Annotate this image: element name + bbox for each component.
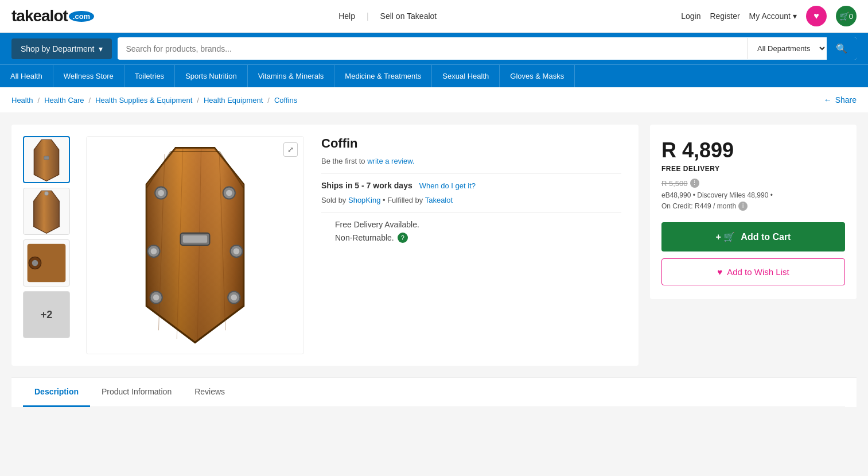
svg-point-15 (158, 190, 164, 196)
bullet-returns: Non-Returnable. ? (335, 233, 621, 243)
chevron-down-icon: ▾ (793, 11, 797, 21)
cat-sexual-health[interactable]: Sexual Health (432, 65, 500, 87)
credit-info: On Credit: R449 / month i (661, 202, 845, 211)
register-link[interactable]: Register (710, 11, 739, 21)
search-icon: 🔍 (836, 44, 847, 53)
sold-by-prefix: Sold by (321, 196, 348, 204)
shop-by-department-button[interactable]: Shop by Department ▾ (11, 38, 112, 59)
cat-vitamins[interactable]: Vitamins & Minerals (248, 65, 335, 87)
breadcrumb-supplies[interactable]: Health Supplies & Equipment (95, 96, 192, 105)
more-images-overlay: +2 (24, 292, 69, 338)
cat-medicine[interactable]: Medicine & Treatments (334, 65, 432, 87)
tab-product-information[interactable]: Product Information (90, 378, 183, 407)
tab-description[interactable]: Description (23, 378, 90, 407)
product-title: Coffin (321, 136, 621, 151)
ships-label: Ships in 5 - 7 work days (321, 181, 412, 190)
cat-gloves[interactable]: Gloves & Masks (500, 65, 575, 87)
add-cart-label: Add to Cart (741, 232, 791, 242)
cat-wellness[interactable]: Wellness Store (53, 65, 124, 87)
write-review-link[interactable]: write a review. (367, 157, 414, 165)
breadcrumb-healthcare[interactable]: Health Care (44, 96, 84, 105)
svg-point-17 (226, 190, 232, 196)
credit-text: On Credit: R449 / month (661, 202, 736, 210)
divider-1 (321, 173, 621, 174)
wish-label: Add to Wish List (727, 267, 789, 277)
shipping-info: Ships in 5 - 7 work days When do I get i… (321, 181, 621, 190)
top-header: takealot.com Help | Sell on Takealot Log… (0, 0, 868, 33)
review-prefix: Be the first to (321, 157, 367, 165)
bullet-delivery-text: Free Delivery Available. (335, 220, 419, 229)
cart-button[interactable]: 🛒 0 (836, 6, 857, 26)
login-link[interactable]: Login (681, 11, 700, 21)
category-nav: All Health Wellness Store Toiletries Spo… (0, 64, 868, 87)
my-account-label: My Account (749, 11, 791, 21)
breadcrumb-coffins[interactable]: Coffins (274, 96, 297, 105)
search-bar: Shop by Department ▾ All Departments 🔍 (0, 33, 868, 64)
nav-divider: | (367, 11, 369, 21)
department-select[interactable]: All Departments (748, 38, 827, 59)
breadcrumb-equipment[interactable]: Health Equipment (204, 96, 263, 105)
breadcrumb-health[interactable]: Health (11, 96, 33, 105)
wishlist-button[interactable]: ♥ (806, 6, 827, 26)
credit-info-icon[interactable]: i (738, 202, 748, 211)
svg-point-3 (44, 191, 48, 195)
svg-rect-1 (44, 156, 49, 160)
my-account-button[interactable]: My Account ▾ (749, 11, 797, 21)
cat-toiletries[interactable]: Toiletries (124, 65, 175, 87)
product-info: Coffin Be the first to write a review. S… (316, 136, 627, 354)
thumbnail-1[interactable] (23, 136, 70, 183)
thumbnail-more[interactable]: +2 (23, 291, 70, 338)
top-right: Login Register My Account ▾ ♥ 🛒 0 (681, 6, 857, 26)
price-box: R 4,899 FREE DELIVERY R 5,500 i eB48,990… (650, 125, 857, 299)
search-input[interactable] (118, 38, 748, 59)
share-icon: ← (824, 95, 832, 105)
price-current: R 4,899 (661, 138, 845, 162)
breadcrumb-sep-1: / (38, 96, 40, 105)
svg-point-19 (151, 248, 157, 254)
tab-reviews[interactable]: Reviews (183, 378, 236, 407)
thumbnail-2[interactable] (23, 188, 70, 235)
logo[interactable]: takealot.com (11, 7, 94, 25)
fulfiller-link[interactable]: Takealot (425, 196, 453, 204)
search-submit-button[interactable]: 🔍 (827, 37, 857, 60)
cat-all-health[interactable]: All Health (0, 65, 53, 87)
svg-marker-2 (34, 191, 59, 233)
fulfilled-prefix: • Fulfilled by (380, 196, 425, 204)
heart-icon: ♥ (717, 267, 722, 277)
svg-point-23 (153, 295, 159, 301)
sell-link[interactable]: Sell on Takealot (380, 11, 437, 21)
share-label: Share (835, 95, 857, 105)
cart-icon: + 🛒 (716, 231, 735, 242)
search-input-wrap: All Departments 🔍 (118, 37, 857, 60)
sold-by-info: Sold by ShopKing • Fulfilled by Takealot (321, 196, 621, 204)
share-button[interactable]: ← Share (824, 95, 857, 105)
logo-domain: .com (69, 11, 94, 22)
expand-image-button[interactable]: ⤢ (283, 142, 298, 157)
product-tabs: Description Product Information Reviews (11, 377, 857, 407)
thumbnail-3[interactable] (23, 239, 70, 287)
seller-link[interactable]: ShopKing (348, 196, 380, 204)
original-price-value: R 5,500 (661, 179, 688, 188)
svg-point-27 (231, 295, 237, 301)
expand-icon: ⤢ (287, 145, 294, 154)
logo-text: takealot (11, 7, 68, 25)
shop-dept-label: Shop by Department (21, 44, 94, 53)
breadcrumb-sep-4: / (267, 96, 270, 105)
svg-point-6 (32, 260, 38, 266)
main-product-image: ⤢ (86, 136, 304, 354)
add-to-cart-button[interactable]: + 🛒 Add to Cart (661, 222, 845, 251)
cat-sports-nutrition[interactable]: Sports Nutrition (175, 65, 248, 87)
review-line: Be the first to write a review. (321, 157, 621, 165)
original-price: R 5,500 i (661, 179, 845, 188)
help-link[interactable]: Help (338, 11, 355, 21)
product-section: +2 (11, 125, 639, 366)
svg-point-25 (233, 248, 240, 254)
non-returnable-help-icon[interactable]: ? (398, 233, 408, 243)
when-do-i-get-it-link[interactable]: When do I get it? (419, 181, 476, 190)
cart-icon: 🛒 (839, 11, 849, 21)
svg-rect-21 (183, 235, 207, 243)
price-info-icon[interactable]: i (690, 179, 699, 188)
chevron-down-icon: ▾ (99, 44, 103, 53)
tabs-row: Description Product Information Reviews (23, 378, 845, 407)
add-to-wishlist-button[interactable]: ♥ Add to Wish List (661, 258, 845, 285)
